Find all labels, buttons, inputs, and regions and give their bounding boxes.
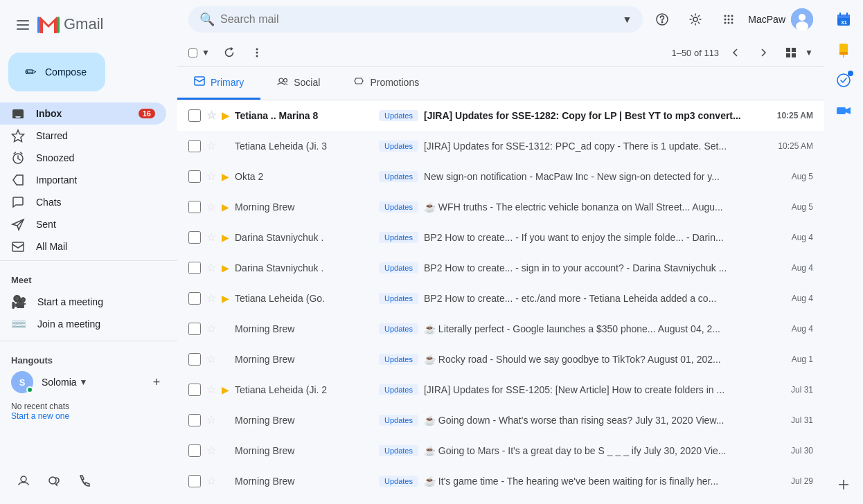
dropdown-arrow-icon: ▼ bbox=[80, 377, 88, 387]
sidebar-item-starred[interactable]: Starred bbox=[0, 125, 166, 147]
email-checkbox[interactable] bbox=[188, 323, 201, 335]
star-button[interactable]: ☆ bbox=[206, 109, 216, 122]
zoom-icon[interactable] bbox=[830, 97, 857, 125]
email-checkbox[interactable] bbox=[188, 201, 201, 213]
table-row[interactable]: ☆ ▶ Tetiana Leheida (Go. Updates BP2 How… bbox=[177, 283, 824, 314]
email-checkbox[interactable] bbox=[188, 140, 201, 152]
email-checkbox[interactable] bbox=[188, 384, 201, 396]
snoozed-label: Snoozed bbox=[36, 152, 155, 163]
email-checkbox[interactable] bbox=[188, 475, 201, 487]
table-row[interactable]: ☆ ▶ Morning Brew Updates ☕ Going down - … bbox=[177, 405, 824, 435]
account-area[interactable]: MacPaw bbox=[748, 8, 813, 30]
table-row[interactable]: ☆ ▶ Morning Brew Updates ☕ It's game tim… bbox=[177, 466, 824, 496]
allmail-icon bbox=[11, 240, 25, 253]
add-addon-icon[interactable] bbox=[830, 471, 857, 498]
view-toggle[interactable]: ▼ bbox=[780, 42, 813, 64]
start-new-chat-link[interactable]: Start a new one bbox=[11, 411, 166, 421]
sidebar-item-important[interactable]: Important bbox=[0, 169, 166, 191]
star-button[interactable]: ☆ bbox=[206, 139, 216, 152]
phone-button[interactable] bbox=[72, 468, 97, 493]
svg-text:Gmail: Gmail bbox=[64, 15, 103, 33]
star-button[interactable]: ☆ bbox=[206, 474, 216, 487]
join-meeting-item[interactable]: ⌨️ Join a meeting bbox=[0, 313, 166, 335]
table-row[interactable]: ☆ ▶ Okta 2 Updates New sign-on notificat… bbox=[177, 161, 824, 192]
account-avatar bbox=[791, 8, 813, 30]
star-button[interactable]: ☆ bbox=[206, 444, 216, 457]
next-page-button[interactable] bbox=[752, 42, 774, 64]
svg-point-10 bbox=[21, 476, 26, 482]
tasks-icon[interactable] bbox=[830, 66, 857, 94]
keep-icon[interactable] bbox=[830, 36, 857, 64]
sidebar-item-snoozed[interactable]: Snoozed bbox=[0, 147, 166, 169]
hangouts-user-name: Solomia ▼ bbox=[42, 377, 87, 388]
table-row[interactable]: ☆ ▶ Darina Stavniychuk . Updates BP2 How… bbox=[177, 253, 824, 283]
search-bar[interactable]: 🔍 ▼ bbox=[188, 6, 643, 33]
star-button[interactable]: ☆ bbox=[206, 322, 216, 335]
sidebar-item-inbox[interactable]: Inbox 16 bbox=[0, 102, 166, 125]
svg-point-22 bbox=[728, 22, 730, 24]
email-time: 10:25 AM bbox=[765, 141, 813, 151]
select-dropdown-button[interactable]: ▼ bbox=[199, 42, 213, 64]
table-row[interactable]: ☆ ▶ Tetiana Leheida (Ji. 2 Updates [JIRA… bbox=[177, 375, 824, 405]
view-toggle-button[interactable] bbox=[780, 42, 802, 64]
email-checkbox[interactable] bbox=[188, 262, 201, 274]
star-button[interactable]: ☆ bbox=[206, 231, 216, 244]
table-row[interactable]: ☆ ▶ Tetiana .. Marina 8 Updates [JIRA] U… bbox=[177, 100, 824, 131]
search-input[interactable] bbox=[220, 13, 616, 26]
hamburger-button[interactable] bbox=[11, 13, 35, 37]
email-tag: Updates bbox=[379, 171, 418, 182]
previous-page-button[interactable] bbox=[724, 42, 747, 64]
table-row[interactable]: ☆ ▶ Darina Stavniychuk . Updates BP2 How… bbox=[177, 222, 824, 253]
add-hangout-button[interactable]: + bbox=[147, 372, 166, 392]
select-all-checkbox[interactable] bbox=[188, 48, 197, 57]
hangouts-chat-button[interactable] bbox=[42, 468, 66, 493]
table-row[interactable]: ☆ ▶ Morning Brew Updates ☕ WFH truths - … bbox=[177, 192, 824, 222]
sidebar: Gmail ✏ Compose Inbox 16 Starre bbox=[0, 0, 177, 504]
sidebar-item-sent[interactable]: Sent bbox=[0, 213, 166, 235]
table-row[interactable]: ☆ ▶ Tetiana Leheida (Ji. 3 Updates [JIRA… bbox=[177, 131, 824, 161]
star-icon bbox=[11, 129, 25, 143]
hangouts-user[interactable]: S Solomia ▼ + bbox=[0, 368, 177, 396]
apps-button[interactable] bbox=[715, 6, 742, 33]
search-dropdown-icon[interactable]: ▼ bbox=[622, 14, 632, 25]
sidebar-item-chats[interactable]: Chats bbox=[0, 191, 166, 213]
compose-button[interactable]: ✏ Compose bbox=[8, 53, 105, 91]
star-button[interactable]: ☆ bbox=[206, 200, 216, 213]
email-checkbox[interactable] bbox=[188, 444, 201, 457]
email-checkbox[interactable] bbox=[188, 231, 201, 244]
view-dropdown-icon[interactable]: ▼ bbox=[805, 48, 813, 57]
email-time: Aug 5 bbox=[765, 202, 813, 212]
settings-button[interactable] bbox=[682, 6, 709, 33]
email-sender: Morning Brew bbox=[235, 323, 373, 334]
email-checkbox[interactable] bbox=[188, 414, 201, 426]
email-checkbox[interactable] bbox=[188, 353, 201, 366]
important-marker: ▶ bbox=[222, 476, 229, 487]
table-row[interactable]: ☆ ▶ Morning Brew Updates ☕ Rocky road - … bbox=[177, 344, 824, 375]
email-checkbox[interactable] bbox=[188, 109, 201, 122]
inbox-label: Inbox bbox=[36, 108, 127, 119]
star-button[interactable]: ☆ bbox=[206, 413, 216, 426]
table-row[interactable]: ☆ ▶ Morning Brew Updates ☕ Going to Mars… bbox=[177, 435, 824, 466]
calendar-icon[interactable]: 31 bbox=[830, 6, 857, 33]
tab-social[interactable]: Social bbox=[260, 67, 337, 100]
tab-primary[interactable]: Primary bbox=[177, 67, 260, 100]
help-button[interactable] bbox=[648, 6, 676, 33]
table-row[interactable]: ☆ ▶ Morning Brew Updates ☕ Literally per… bbox=[177, 314, 824, 344]
star-button[interactable]: ☆ bbox=[206, 291, 216, 305]
email-checkbox[interactable] bbox=[188, 170, 201, 183]
email-area: ▼ 1–50 of 113 bbox=[177, 39, 824, 504]
star-button[interactable]: ☆ bbox=[206, 170, 216, 183]
svg-point-25 bbox=[799, 14, 806, 21]
refresh-button[interactable] bbox=[218, 42, 240, 64]
more-options-button[interactable] bbox=[246, 42, 268, 64]
start-meeting-item[interactable]: 🎥 Start a meeting bbox=[0, 291, 166, 313]
right-sidebar: 31 bbox=[824, 0, 863, 504]
star-button[interactable]: ☆ bbox=[206, 352, 216, 366]
email-checkbox[interactable] bbox=[188, 292, 201, 305]
table-row[interactable]: ☆ ▶ Morning Brew Updates ☕ Marlins men -… bbox=[177, 496, 824, 504]
star-button[interactable]: ☆ bbox=[206, 383, 216, 396]
new-contact-button[interactable] bbox=[11, 468, 36, 493]
sidebar-item-allmail[interactable]: All Mail bbox=[0, 235, 166, 258]
star-button[interactable]: ☆ bbox=[206, 261, 216, 274]
tab-promotions[interactable]: Promotions bbox=[337, 67, 436, 100]
